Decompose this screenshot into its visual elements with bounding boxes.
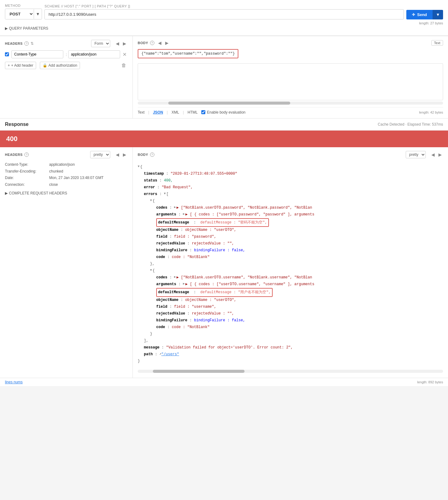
- format-text-link[interactable]: Text: [138, 110, 144, 115]
- json-codes1: codes : ▶ ▶ ["NotBlank.userDTO.password"…: [138, 205, 443, 211]
- status-code: 400: [6, 135, 18, 143]
- json-message: message : "Validation failed for object=…: [138, 344, 443, 351]
- arguments1-collapse-icon[interactable]: ▶: [183, 211, 185, 217]
- response-header-connection: Connection: close: [5, 181, 128, 188]
- json-status: status : 400,: [138, 177, 443, 184]
- response-header-content-type: Content-Type: application/json: [5, 161, 128, 168]
- json-path: path : ↗ "/users": [138, 351, 443, 358]
- body-info-icon[interactable]: ?: [150, 41, 154, 45]
- headers-nav-left[interactable]: ◀: [115, 40, 120, 47]
- header-delete-button[interactable]: ✕: [121, 52, 128, 57]
- response-headers-panel: HEADERS ? pretty raw ◀ ▶ Content-Type: a…: [0, 147, 133, 378]
- url-label: SCHEME // HOST [":" PORT ] [ PATH ["?" Q…: [44, 4, 404, 8]
- json-error-obj1-close: },: [138, 261, 443, 268]
- response-headers-list: Content-Type: application/json Transfer-…: [5, 161, 128, 188]
- response-body-info-icon[interactable]: ?: [150, 152, 154, 157]
- json-viewer: ▼ { timestamp : "2020-01-27T13:48:07.555…: [138, 161, 443, 367]
- body-content-highlight: {"name":"tom","username":"","password":"…: [138, 49, 238, 58]
- json-timestamp: timestamp : "2020-01-27T13:48:07.555+000…: [138, 171, 443, 177]
- response-body-format-select[interactable]: pretty raw: [406, 151, 426, 158]
- method-label: METHOD: [5, 4, 42, 7]
- json-defaultmessage1: defaultMessage : defaultMessage : "密码不能为…: [138, 218, 443, 227]
- headers-format-select[interactable]: Form Raw: [91, 40, 110, 47]
- add-header-icon: +: [8, 63, 10, 68]
- request-section: METHOD POST GET PUT DELETE ▼ SCHEME // H…: [0, 0, 448, 36]
- json-errors-close: ],: [138, 338, 443, 344]
- header-key-input[interactable]: [11, 50, 63, 58]
- json-code1: code : code : "NotBlank": [138, 254, 443, 261]
- send-button[interactable]: ✈ Send: [406, 10, 433, 19]
- headers-info-icon[interactable]: ?: [24, 41, 29, 46]
- json-root-open: ▼ {: [138, 164, 443, 171]
- response-body-nav-right[interactable]: ▶: [437, 152, 443, 158]
- headers-nav-right[interactable]: ▶: [122, 40, 128, 47]
- json-bindingfailure1: bindingFailure : bindingFailure : false,: [138, 247, 443, 254]
- send-icon: ✈: [412, 12, 415, 17]
- method-select[interactable]: POST GET PUT DELETE: [5, 9, 34, 19]
- body-text-badge[interactable]: Text: [431, 40, 443, 46]
- response-body-scrollbar[interactable]: [138, 370, 443, 373]
- response-headers-title: HEADERS: [5, 153, 23, 156]
- body-title: BODY: [138, 41, 148, 45]
- json-field1: field : field : "password",: [138, 234, 443, 240]
- response-headers-nav-left[interactable]: ◀: [115, 152, 120, 158]
- response-body-nav-left[interactable]: ◀: [430, 152, 436, 158]
- json-error-obj1-open: ▼ {: [138, 198, 443, 205]
- header-checkbox[interactable]: [5, 52, 9, 56]
- body-format-row: Text | JSON | XML | HTML Enable body eva…: [138, 107, 443, 115]
- sort-icon[interactable]: ⇅: [31, 41, 34, 46]
- json-error-obj2-open: ▼ {: [138, 268, 443, 274]
- response-body-title: BODY: [138, 153, 148, 156]
- codes1-collapse-icon[interactable]: ▶: [174, 205, 176, 210]
- response-meta: Cache Detected · Elapsed Time: 537ms: [378, 122, 443, 127]
- format-html-link[interactable]: HTML: [188, 110, 198, 115]
- json-rejectedvalue1: rejectedValue : rejectedValue : "",: [138, 240, 443, 247]
- json-arguments1: arguments : ▶ ▶ [ { codes : ["userDTO.pa…: [138, 211, 443, 218]
- complete-request-arrow-icon: ▶: [5, 191, 8, 195]
- response-header-bar: Response Cache Detected · Elapsed Time: …: [0, 119, 448, 131]
- codes2-collapse-icon[interactable]: ▶: [174, 274, 176, 280]
- body-nav-right[interactable]: ▶: [164, 40, 170, 46]
- response-header-transfer-encoding: Transfer-Encoding: chunked: [5, 168, 128, 175]
- json-objectname2: objectName : objectName : "userDTO",: [138, 297, 443, 304]
- json-error: error : "Bad Request",: [138, 184, 443, 191]
- json-arguments2: arguments : ▶ ▶ [ { codes : ["userDTO.us…: [138, 281, 443, 288]
- error-obj1-collapse-icon[interactable]: ▼: [150, 198, 152, 203]
- json-field2: field : field : "username",: [138, 304, 443, 310]
- root-collapse-icon[interactable]: ▼: [138, 164, 140, 169]
- json-rejectedvalue2: rejectedValue : rejectedValue : "",: [138, 310, 443, 317]
- format-xml-link[interactable]: XML: [171, 110, 179, 115]
- header-value-input[interactable]: [68, 50, 120, 58]
- body-nav-left[interactable]: ◀: [157, 40, 163, 46]
- method-dropdown-btn[interactable]: ▼: [34, 9, 42, 19]
- lock-icon: 🔒: [43, 63, 47, 68]
- json-objectname1: objectName : objectName : "userDTO",: [138, 227, 443, 234]
- response-headers-format-select[interactable]: pretty raw: [90, 151, 110, 158]
- error-obj2-collapse-icon[interactable]: ▼: [150, 268, 152, 273]
- response-headers-nav-right[interactable]: ▶: [122, 152, 128, 158]
- query-params-toggle[interactable]: ▶ QUERY PARAMETERS: [5, 25, 443, 32]
- complete-request-toggle[interactable]: ▶ COMPLETE REQUEST HEADERS: [5, 191, 128, 195]
- json-codes2: codes : ▶ ▶ ["NotBlank.userDTO.username"…: [138, 274, 443, 281]
- body-editor-area[interactable]: [138, 63, 443, 100]
- response-headers-info-icon[interactable]: ?: [24, 152, 29, 157]
- enable-eval-label[interactable]: Enable body evaluation: [201, 110, 245, 115]
- response-header-date: Date: Mon, 27 Jan 2020 13:48:07 GMT: [5, 175, 128, 181]
- format-json-link[interactable]: JSON: [153, 110, 163, 115]
- arguments2-collapse-icon[interactable]: ▶: [183, 281, 185, 286]
- errors-collapse-icon[interactable]: ▼: [164, 191, 166, 196]
- body-scrollbar[interactable]: [138, 102, 443, 105]
- enable-eval-checkbox[interactable]: [201, 110, 205, 114]
- status-bar: 400: [0, 131, 448, 147]
- add-header-button[interactable]: + + Add header: [5, 62, 36, 69]
- lines-nums-link[interactable]: lines nums: [5, 380, 23, 384]
- json-error-obj2-close: }: [138, 331, 443, 338]
- json-defaultmessage2: defaultMessage : defaultMessage : "用户名不能…: [138, 288, 443, 297]
- json-root-close: }: [138, 358, 443, 365]
- headers-trash-button[interactable]: 🗑: [120, 61, 128, 69]
- url-input[interactable]: [44, 9, 404, 19]
- body-panel: BODY ? ◀ ▶ Text {"name":"tom","username"…: [133, 36, 448, 118]
- send-dropdown-button[interactable]: ▼: [433, 10, 443, 19]
- url-length: length: 27 bytes: [5, 21, 443, 25]
- add-authorization-button[interactable]: 🔒 Add authorization: [40, 62, 80, 69]
